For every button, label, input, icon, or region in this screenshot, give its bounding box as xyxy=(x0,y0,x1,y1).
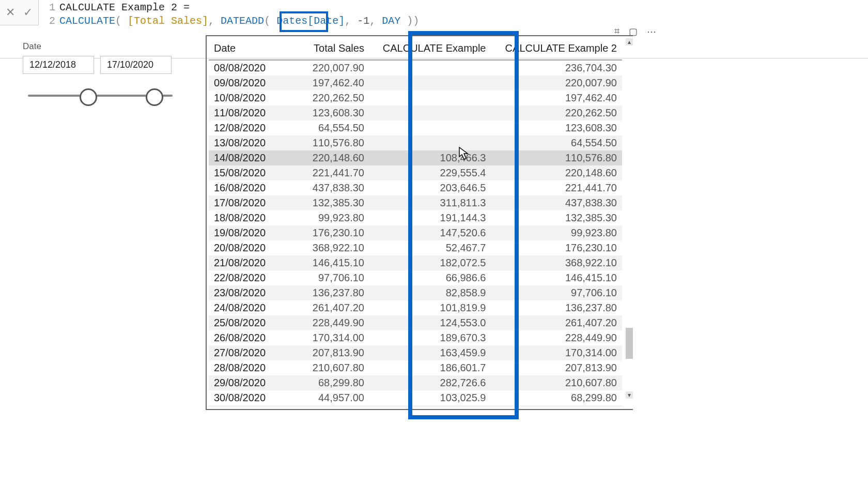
table-row[interactable]: 17/08/2020132,385.30311,811.3437,838.30 xyxy=(209,195,622,210)
cell-date[interactable]: 11/08/2020 xyxy=(209,105,281,120)
cell-total-sales[interactable]: 197,462.40 xyxy=(281,75,369,90)
table-row[interactable]: 12/08/202064,554.50123,608.30 xyxy=(209,120,622,135)
cell-date[interactable]: 28/08/2020 xyxy=(209,360,281,375)
slider-handle-end[interactable] xyxy=(146,88,163,106)
cell-calc-example-2[interactable]: 123,608.30 xyxy=(491,120,623,135)
scroll-thumb[interactable] xyxy=(626,328,633,359)
cell-calc-example[interactable]: 282,726.6 xyxy=(369,375,491,390)
table-row[interactable]: 15/08/2020221,441.70229,555.4220,148.60 xyxy=(209,165,622,180)
cell-total-sales[interactable]: 170,314.00 xyxy=(281,330,369,345)
cell-calc-example-2[interactable]: 110,576.80 xyxy=(491,150,623,165)
cell-calc-example[interactable]: 103,025.9 xyxy=(369,390,491,405)
cell-calc-example[interactable]: 182,072.5 xyxy=(369,255,491,270)
cell-total-sales[interactable]: 110,576.80 xyxy=(281,135,369,150)
cell-date[interactable]: 16/08/2020 xyxy=(209,180,281,195)
cell-calc-example[interactable]: 108,466.3 xyxy=(369,150,491,165)
more-options-icon[interactable]: ⋯ xyxy=(647,26,656,37)
cell-date[interactable]: 31/08/2020 xyxy=(209,405,281,407)
table-row[interactable]: 28/08/2020210,607.80186,601.7207,813.90 xyxy=(209,360,622,375)
table-scrollbar[interactable]: ▴ ▾ xyxy=(626,38,633,399)
table-visual[interactable]: Date Total Sales CALCULATE Example CALCU… xyxy=(206,35,633,410)
table-row[interactable]: 22/08/202097,706.1066,986.6146,415.10 xyxy=(209,270,622,285)
table-row[interactable]: 19/08/2020176,230.10147,520.699,923.80 xyxy=(209,225,622,240)
col-header-date[interactable]: Date xyxy=(209,38,281,60)
cell-calc-example-2[interactable]: 132,385.30 xyxy=(491,210,623,225)
cell-calc-example[interactable]: 101,819.9 xyxy=(369,300,491,315)
cell-total-sales[interactable]: 207,813.90 xyxy=(281,345,369,360)
cell-date[interactable]: 15/08/2020 xyxy=(209,165,281,180)
cell-date[interactable]: 25/08/2020 xyxy=(209,315,281,330)
cell-date[interactable]: 20/08/2020 xyxy=(209,240,281,255)
slider-handle-start[interactable] xyxy=(80,88,97,106)
cell-calc-example-2[interactable]: 176,230.10 xyxy=(491,240,623,255)
cell-calc-example[interactable]: 52,467.7 xyxy=(369,240,491,255)
date-from-input[interactable]: 12/12/2018 xyxy=(23,56,94,74)
cell-calc-example[interactable]: 229,555.4 xyxy=(369,165,491,180)
table-row[interactable]: 31/08/2020317,124.40149,456.944,957.00 xyxy=(209,405,622,407)
cell-total-sales[interactable]: 221,441.70 xyxy=(281,165,369,180)
cell-calc-example-2[interactable]: 221,441.70 xyxy=(491,180,623,195)
cell-date[interactable]: 13/08/2020 xyxy=(209,135,281,150)
table-row[interactable]: 21/08/2020146,415.10182,072.5368,922.10 xyxy=(209,255,622,270)
cell-date[interactable]: 23/08/2020 xyxy=(209,285,281,300)
cell-total-sales[interactable]: 220,007.90 xyxy=(281,60,369,75)
cell-calc-example-2[interactable]: 68,299.80 xyxy=(491,390,623,405)
cell-calc-example-2[interactable]: 146,415.10 xyxy=(491,270,623,285)
table-row[interactable]: 26/08/2020170,314.00189,670.3228,449.90 xyxy=(209,330,622,345)
cell-total-sales[interactable]: 64,554.50 xyxy=(281,120,369,135)
cell-total-sales[interactable]: 368,922.10 xyxy=(281,240,369,255)
scroll-up-arrow-icon[interactable]: ▴ xyxy=(626,38,633,46)
cell-date[interactable]: 17/08/2020 xyxy=(209,195,281,210)
cell-total-sales[interactable]: 210,607.80 xyxy=(281,360,369,375)
cell-calc-example-2[interactable]: 207,813.90 xyxy=(491,360,623,375)
cell-calc-example[interactable]: 311,811.3 xyxy=(369,195,491,210)
cell-date[interactable]: 14/08/2020 xyxy=(209,150,281,165)
cell-total-sales[interactable]: 44,957.00 xyxy=(281,390,369,405)
formula-commit-button[interactable]: ✓ xyxy=(21,5,35,20)
cell-calc-example-2[interactable]: 64,554.50 xyxy=(491,135,623,150)
cell-calc-example[interactable]: 186,601.7 xyxy=(369,360,491,375)
table-row[interactable]: 08/08/2020220,007.90236,704.30 xyxy=(209,60,622,75)
cell-calc-example[interactable] xyxy=(369,90,491,105)
table-row[interactable]: 11/08/2020123,608.30220,262.50 xyxy=(209,105,622,120)
cell-date[interactable]: 26/08/2020 xyxy=(209,330,281,345)
cell-date[interactable]: 19/08/2020 xyxy=(209,225,281,240)
scroll-down-arrow-icon[interactable]: ▾ xyxy=(626,391,633,399)
cell-total-sales[interactable]: 99,923.80 xyxy=(281,210,369,225)
cell-calc-example-2[interactable]: 136,237.80 xyxy=(491,300,623,315)
cell-calc-example[interactable] xyxy=(369,60,491,75)
cell-calc-example-2[interactable]: 228,449.90 xyxy=(491,330,623,345)
cell-date[interactable]: 27/08/2020 xyxy=(209,345,281,360)
table-row[interactable]: 13/08/2020110,576.8064,554.50 xyxy=(209,135,622,150)
table-row[interactable]: 25/08/2020228,449.90124,553.0261,407.20 xyxy=(209,315,622,330)
cell-calc-example-2[interactable]: 236,704.30 xyxy=(491,60,623,75)
table-row[interactable]: 14/08/2020220,148.60108,466.3110,576.80 xyxy=(209,150,622,165)
selection-handle-icon[interactable] xyxy=(419,34,423,36)
cell-calc-example[interactable] xyxy=(369,135,491,150)
cell-date[interactable]: 21/08/2020 xyxy=(209,255,281,270)
cell-calc-example-2[interactable]: 197,462.40 xyxy=(491,90,623,105)
cell-calc-example[interactable] xyxy=(369,75,491,90)
cell-date[interactable]: 30/08/2020 xyxy=(209,390,281,405)
cell-date[interactable]: 24/08/2020 xyxy=(209,300,281,315)
table-row[interactable]: 20/08/2020368,922.1052,467.7176,230.10 xyxy=(209,240,622,255)
cell-total-sales[interactable]: 68,299.80 xyxy=(281,375,369,390)
col-header-calc-example-2[interactable]: CALCULATE Example 2 xyxy=(491,38,623,60)
cell-total-sales[interactable]: 437,838.30 xyxy=(281,180,369,195)
cell-calc-example-2[interactable]: 437,838.30 xyxy=(491,195,623,210)
cell-calc-example[interactable]: 82,858.9 xyxy=(369,285,491,300)
cell-total-sales[interactable]: 220,262.50 xyxy=(281,90,369,105)
cell-calc-example-2[interactable]: 210,607.80 xyxy=(491,375,623,390)
table-row[interactable]: 24/08/2020261,407.20101,819.9136,237.80 xyxy=(209,300,622,315)
cell-date[interactable]: 12/08/2020 xyxy=(209,120,281,135)
cell-calc-example[interactable]: 149,456.9 xyxy=(369,405,491,407)
cell-calc-example-2[interactable]: 97,706.10 xyxy=(491,285,623,300)
cell-total-sales[interactable]: 132,385.30 xyxy=(281,195,369,210)
cell-calc-example[interactable]: 66,986.6 xyxy=(369,270,491,285)
cell-date[interactable]: 10/08/2020 xyxy=(209,90,281,105)
cell-total-sales[interactable]: 176,230.10 xyxy=(281,225,369,240)
table-row[interactable]: 29/08/202068,299.80282,726.6210,607.80 xyxy=(209,375,622,390)
cell-calc-example-2[interactable]: 368,922.10 xyxy=(491,255,623,270)
cell-calc-example[interactable]: 163,459.9 xyxy=(369,345,491,360)
date-slider[interactable] xyxy=(23,85,178,106)
